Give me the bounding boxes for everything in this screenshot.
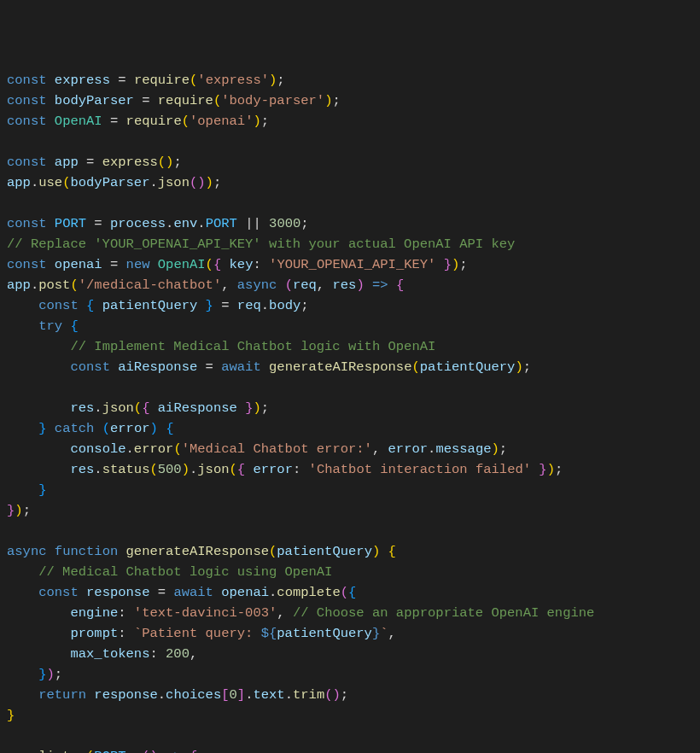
token-brc2: )	[47, 667, 55, 682]
token-pun	[134, 749, 142, 753]
token-pun	[86, 216, 94, 231]
token-pun	[47, 216, 55, 231]
token-pun	[118, 114, 125, 129]
token-pun	[86, 687, 94, 703]
token-brc2: )	[356, 277, 364, 293]
token-pun: :	[293, 462, 300, 477]
code-line: // Implement Medical Chatbot logic with …	[7, 336, 693, 357]
token-var: process	[110, 216, 166, 231]
token-pun: ;	[523, 359, 531, 375]
token-brc2: }	[444, 257, 452, 272]
token-var: message	[435, 441, 491, 457]
token-str: 'Medical Chatbot error:'	[182, 441, 372, 457]
token-var: bodyParser	[70, 175, 149, 190]
code-line: const response = await openai.complete({	[7, 582, 693, 603]
token-str: 'openai'	[190, 114, 253, 129]
token-pun	[158, 421, 166, 436]
token-pun	[230, 277, 237, 293]
token-pun: ,	[221, 277, 229, 293]
token-brc2: {	[190, 749, 197, 753]
token-var: aiResponse	[118, 359, 197, 375]
token-op: =	[221, 298, 229, 313]
code-line: const PORT = process.env.PORT || 3000;	[7, 213, 693, 234]
token-pun: ;	[300, 298, 308, 313]
token-pun	[7, 400, 70, 416]
token-str: '/medical-chatbot'	[79, 277, 221, 293]
token-brc: )	[206, 175, 213, 190]
token-pun: ;	[277, 73, 284, 88]
token-brc: )	[269, 73, 277, 88]
code-editor[interactable]: const express = require('express');const…	[7, 70, 693, 753]
token-var: response	[94, 687, 157, 703]
token-fn: post	[38, 277, 70, 293]
token-pun	[380, 441, 388, 457]
token-pun: ;	[261, 400, 269, 416]
token-brc2: (	[324, 687, 332, 703]
token-var: patientQuery	[102, 298, 198, 313]
token-pun: .	[285, 687, 293, 703]
token-var: patientQuery	[420, 359, 516, 375]
token-pun	[47, 93, 55, 108]
token-brc3: }	[38, 421, 46, 436]
code-line: } catch (error) {	[7, 418, 693, 439]
token-kw: new	[126, 257, 150, 272]
token-pun: ;	[300, 216, 308, 231]
token-pun: ;	[459, 257, 467, 272]
token-pun: :	[118, 605, 125, 621]
token-pun: ,	[372, 441, 380, 457]
token-pun	[7, 585, 38, 600]
token-var: app	[7, 277, 31, 293]
token-cmt: // Replace 'YOUR_OPENAI_API_KEY' with yo…	[7, 236, 515, 252]
token-brc2: (	[142, 749, 149, 753]
token-fn: generateAIResponse	[126, 544, 269, 559]
token-fn: complete	[277, 585, 340, 600]
token-pun	[149, 400, 157, 416]
token-pun	[7, 339, 70, 354]
token-brc: )	[372, 544, 380, 559]
token-pun	[213, 298, 221, 313]
code-line	[7, 726, 693, 746]
code-line: app.post('/medical-chatbot', async (req,…	[7, 275, 693, 295]
token-pun: .	[261, 298, 269, 313]
token-brc3: {	[166, 421, 173, 436]
token-var: openai	[55, 257, 102, 272]
token-pun	[79, 155, 86, 170]
token-kw: const	[70, 359, 110, 375]
token-var: req	[237, 298, 261, 313]
token-brc3: }	[38, 482, 46, 498]
token-brc3: }	[38, 667, 46, 682]
code-line: const { patientQuery } = req.body;	[7, 295, 693, 316]
token-var: express	[55, 73, 110, 88]
token-str: `Patient query:	[134, 626, 261, 641]
token-brc2: )	[197, 175, 205, 190]
token-str: 'Chatbot interaction failed'	[309, 462, 531, 477]
token-brc: )	[547, 462, 555, 477]
token-pun	[110, 359, 118, 375]
token-op: =	[86, 155, 94, 170]
token-kw: const	[7, 155, 47, 170]
token-pun	[149, 93, 157, 108]
token-var: choices	[166, 687, 221, 703]
token-pun	[435, 257, 443, 272]
code-line: async function generateAIResponse(patien…	[7, 541, 693, 562]
token-pun: ;	[341, 687, 348, 703]
token-pun: .	[31, 175, 38, 190]
token-pun	[7, 462, 70, 477]
token-pun: ,	[388, 626, 396, 641]
token-str: `	[380, 626, 388, 641]
token-var: patientQuery	[277, 626, 372, 641]
code-line: const openai = new OpenAI({ key: 'YOUR_O…	[7, 254, 693, 275]
token-pun	[388, 277, 396, 293]
token-pun	[300, 462, 308, 477]
token-brc: )	[515, 359, 522, 375]
code-line: prompt: `Patient query: ${patientQuery}`…	[7, 623, 693, 644]
token-const: PORT	[206, 216, 237, 231]
token-var: error	[388, 441, 429, 457]
token-brc: (	[206, 257, 213, 272]
token-cmt: // Implement Medical Chatbot logic with …	[70, 339, 435, 354]
token-kw: const	[7, 114, 47, 129]
token-str: 'text-davinci-003'	[134, 605, 277, 621]
code-line: const app = express();	[7, 152, 693, 172]
token-pun	[47, 544, 55, 559]
token-pun: ,	[126, 749, 134, 753]
